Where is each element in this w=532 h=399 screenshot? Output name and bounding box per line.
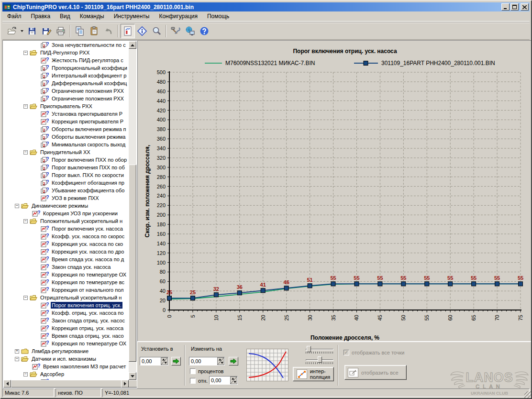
tree-item-selected[interactable]: ?Порог включения отриц. уск. <box>3 301 129 309</box>
tree-item[interactable]: 2?Дифференциальный коэффиц <box>3 79 129 87</box>
tree-item-label[interactable]: Коэфф. уск. насоса по скорос <box>51 233 125 240</box>
tree-item-label[interactable]: Время накопления МЗ при расчет <box>42 363 127 370</box>
tree-item-label[interactable]: Жесткость ПИД-регулятора с <box>51 57 124 64</box>
paste-button[interactable] <box>87 24 101 38</box>
tree-item-label[interactable]: Коррекция отриц. уск. насоса <box>51 325 124 332</box>
tree-item[interactable]: 2?Минимальная скорость выход <box>3 141 129 148</box>
tree-item-label[interactable]: Коррекция уск. насоса по ско <box>51 241 124 247</box>
tree-item-label[interactable]: Положительный ускорительный н <box>39 218 123 224</box>
menu-item-0[interactable]: Файл <box>2 12 26 21</box>
tree-item[interactable]: ?Установка приоткрывателя Р <box>3 110 129 118</box>
tree-item[interactable]: −Приоткрыватель РХХ <box>3 102 129 110</box>
menu-item-5[interactable]: Конфигурация <box>154 12 202 21</box>
tree-item[interactable]: 2?Убывание коэффициента обо <box>3 187 129 194</box>
collapse-minus-icon[interactable]: − <box>23 372 28 377</box>
tree-item[interactable]: 2?Пропорциональный коэффици <box>3 64 129 72</box>
interpolation-button[interactable]: интер- поляция <box>293 367 334 381</box>
menu-item-3[interactable]: Команды <box>75 12 109 21</box>
tree-item-label[interactable]: Коэффициент обогащения пр <box>51 179 125 186</box>
tree-item-label[interactable]: Порог включения уск. насоса <box>51 225 124 232</box>
tree-item-label[interactable]: Коррекция от начального пол <box>51 287 124 293</box>
vertical-scroll-thumb[interactable] <box>129 165 136 362</box>
tree-item-label[interactable]: ПИД-Регулятор РХХ <box>39 49 90 56</box>
collapse-minus-icon[interactable]: − <box>23 296 28 300</box>
spinner-updown[interactable] <box>161 357 168 365</box>
tree-item[interactable]: ?Коэфф. уск. насоса по скорос <box>3 233 129 240</box>
smoothing-slider-1[interactable] <box>306 346 333 354</box>
change-by-input[interactable]: 0,00 <box>189 357 225 366</box>
percent-checkbox[interactable]: процентов <box>190 368 223 374</box>
open-file-button[interactable] <box>5 24 19 38</box>
spinner-updown[interactable] <box>230 377 237 384</box>
save-button[interactable] <box>25 24 39 38</box>
tree-item[interactable]: ?Коррекция отриц. уск. насоса <box>3 324 129 332</box>
menu-item-4[interactable]: Инструменты <box>109 12 155 21</box>
tree-item-label[interactable]: Время спада отриц. уск. насо <box>51 332 125 339</box>
relative-value[interactable]: 0,00 <box>210 377 230 383</box>
maximize-button[interactable] <box>510 3 519 11</box>
network-button[interactable] <box>183 24 197 38</box>
spinner-updown[interactable] <box>217 357 224 365</box>
tree-item-label[interactable]: Лямбда-регулирование <box>31 348 89 355</box>
tree-item-label[interactable]: Коэфф. отриц. уск. насоса по <box>51 310 124 316</box>
tree-item-label[interactable]: УОЗ в режиме ПХХ <box>51 195 100 201</box>
checkbox-box[interactable] <box>190 368 196 374</box>
collapse-minus-icon[interactable]: − <box>23 150 28 155</box>
apply-change-button[interactable] <box>229 357 238 366</box>
tree-item[interactable]: ?Закон спада уск. насоса <box>3 263 129 271</box>
tree-item[interactable]: 2?Порог включения ПХХ по обор <box>3 156 129 164</box>
tree-item-label[interactable]: Коррекция по температуре вс <box>51 279 125 286</box>
tree-vertical-scrollbar[interactable] <box>129 41 136 380</box>
expand-plus-icon[interactable]: + <box>15 349 19 354</box>
tree-item[interactable]: −Адсорбер <box>3 370 129 378</box>
minimize-button[interactable] <box>501 3 510 11</box>
print-button[interactable] <box>54 24 68 38</box>
tree-item[interactable]: ?Коррекция по температуре вс <box>3 278 129 286</box>
info-button[interactable] <box>135 24 149 38</box>
tree-item-label[interactable]: Принудительный ХХ <box>39 149 91 155</box>
tree-item[interactable]: −Положительный ускорительный н <box>3 217 129 225</box>
tree-item-label[interactable]: Коррекция по температуре ОХ <box>51 271 127 278</box>
set-to-input[interactable]: 0,00 <box>140 357 168 366</box>
checkbox-box[interactable]: ✓ <box>344 350 349 355</box>
tree-item[interactable]: 2?Ограничение положения РХХ <box>3 95 129 102</box>
tree-item-label[interactable]: Приоткрыватель РХХ <box>39 103 93 110</box>
collapse-minus-icon[interactable]: − <box>23 104 28 109</box>
slider-thumb[interactable] <box>307 346 311 352</box>
tree-item[interactable]: ?Время спада отриц. уск. насо <box>3 332 129 340</box>
zoom-button[interactable] <box>149 24 164 38</box>
apply-set-button[interactable] <box>171 357 181 366</box>
tree-item-label[interactable]: Установка приоткрывателя Р <box>51 111 123 117</box>
tree-item[interactable]: −Датчики и исп. механизмы <box>3 355 129 363</box>
tree-item-label[interactable]: Минимальная скорость выход <box>51 141 126 148</box>
tree-item[interactable]: ?Коэфф. отриц. уск. насоса по <box>3 309 129 317</box>
tree-item-label[interactable]: Коррекция уск. насоса по дро <box>51 248 125 255</box>
tree-item[interactable]: 2?Ограничение положения РХХ <box>3 87 129 95</box>
menu-item-6[interactable]: Помощь <box>202 12 234 21</box>
tree-item[interactable]: ?Время спада уск. насоса по д <box>3 255 129 263</box>
tree-item-label[interactable]: Зона нечувствительности по с <box>51 42 127 48</box>
tree-item[interactable]: ?Коррекция УОЗ при ускорении <box>3 210 129 217</box>
tree-item-label[interactable]: Порог выкл. ПХХ по скорости <box>51 172 125 178</box>
collapse-minus-icon[interactable]: − <box>23 219 28 223</box>
save-as-button[interactable] <box>39 24 54 38</box>
slider-thumb[interactable] <box>318 356 322 363</box>
scroll-right-button[interactable] <box>121 380 129 388</box>
relative-input[interactable]: 0,00 <box>209 376 238 385</box>
tree-item-label[interactable]: Адсорбер <box>39 371 65 377</box>
change-by-value[interactable]: 0,00 <box>189 358 217 364</box>
tree-item[interactable]: −Динамические режимы <box>3 202 129 210</box>
tree-item[interactable]: ?Жесткость ПИД-регулятора с <box>3 56 129 64</box>
scroll-left-button[interactable] <box>3 380 11 388</box>
checkbox-box[interactable] <box>190 378 196 384</box>
scroll-up-button[interactable] <box>129 41 136 49</box>
collapse-minus-icon[interactable]: − <box>15 204 19 208</box>
tree-item[interactable]: +Лямбда-регулирование <box>3 347 129 355</box>
tree-item-label[interactable]: Обороты выключения режима <box>51 133 126 140</box>
tree-item[interactable]: ?Коррекция от начального пол <box>3 286 129 294</box>
map-chart[interactable]: 0204060801001201401601802002202402602803… <box>138 41 532 341</box>
tree-item[interactable]: 2?Обороты включения режима п <box>3 125 129 133</box>
tree-item-label[interactable]: Пропорциональный коэффици <box>51 65 128 71</box>
tree-item-label[interactable]: Динамические режимы <box>31 202 89 209</box>
tree-item-label[interactable]: Обороты включения режима п <box>51 126 127 133</box>
